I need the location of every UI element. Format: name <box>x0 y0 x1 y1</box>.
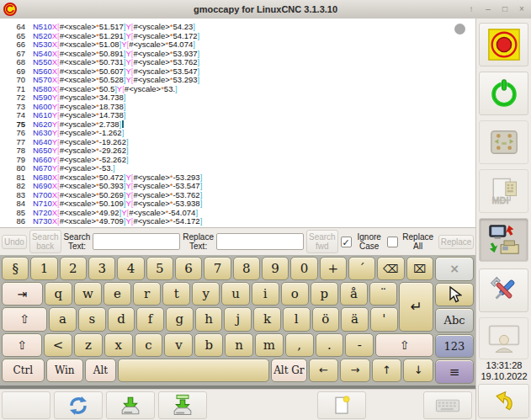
key-k[interactable]: k <box>253 307 281 331</box>
auto-mode-button[interactable] <box>479 218 528 262</box>
new-file-button[interactable] <box>317 391 366 419</box>
replace-button[interactable]: Replace <box>438 235 475 249</box>
search-text-input[interactable] <box>93 233 180 250</box>
search-fwd-button[interactable]: Search fwd <box>306 230 338 253</box>
key-5[interactable]: 5 <box>146 257 173 280</box>
settings-button[interactable] <box>479 268 528 312</box>
key-z[interactable]: z <box>74 333 103 357</box>
arrow-down-key[interactable]: ↓ <box>403 359 433 382</box>
estop-button[interactable] <box>479 23 528 66</box>
key-,[interactable]: , <box>285 333 314 357</box>
key-ö[interactable]: ö <box>312 307 340 331</box>
left-shift-key[interactable]: ⇧ <box>2 333 42 357</box>
key-ä[interactable]: ä <box>341 307 369 331</box>
key-g[interactable]: g <box>166 307 194 331</box>
save-as-button[interactable] <box>158 391 207 419</box>
key-1[interactable]: 1 <box>30 257 57 280</box>
key-t[interactable]: t <box>162 282 190 306</box>
save-button[interactable] <box>106 391 155 419</box>
key--[interactable]: - <box>345 333 374 357</box>
user-button[interactable] <box>479 317 528 359</box>
key-h[interactable]: h <box>195 307 223 331</box>
key-7[interactable]: 7 <box>204 257 231 280</box>
enter-key[interactable]: ↵ <box>399 282 433 331</box>
key-+[interactable]: + <box>320 257 347 280</box>
replace-text-input[interactable] <box>216 233 304 250</box>
gcode-editor[interactable]: 64N510X[#<xscale>*51.517]Y[#<yscale>*54.… <box>0 19 475 228</box>
arrow-up-key[interactable]: ↑ <box>372 359 402 382</box>
mdi-mode-button[interactable]: MDI <box>479 169 528 213</box>
key-r[interactable]: r <box>133 282 161 306</box>
caps-lock-key[interactable]: ⇧ <box>2 307 47 331</box>
scroll-indicator[interactable] <box>454 24 465 35</box>
reload-button[interactable] <box>54 391 103 419</box>
search-back-button[interactable]: Search back <box>29 230 61 253</box>
key-f[interactable]: f <box>136 307 164 331</box>
key-q[interactable]: q <box>45 282 72 306</box>
key-¨[interactable]: ¨ <box>369 282 397 306</box>
minimize-button[interactable]: – <box>482 3 494 15</box>
right-shift-key[interactable]: ⇧ <box>375 333 433 357</box>
virtual-keyboard: §1234567890+´⌫⌧⇥qwertyuiopå¨↵⇧asdfghjklö… <box>0 255 475 385</box>
key-9[interactable]: 9 <box>262 257 289 280</box>
tab-key[interactable]: ⇥ <box>2 282 43 306</box>
machine-on-button[interactable] <box>479 72 528 115</box>
code-line[interactable]: 86N730X[#<xscale>*49.709]Y[#<yscale>*-54… <box>0 217 475 226</box>
key-c[interactable]: c <box>135 333 163 357</box>
key-j[interactable]: j <box>224 307 252 331</box>
key-u[interactable]: u <box>221 282 249 306</box>
delete-key[interactable]: ⌧ <box>406 257 433 280</box>
numeric-layout-key[interactable]: 123 <box>435 334 474 359</box>
abc-layout-key[interactable]: Abc <box>435 308 474 332</box>
key-8[interactable]: 8 <box>233 257 260 280</box>
keyboard-toggle-button[interactable] <box>423 391 472 419</box>
key-b[interactable]: b <box>194 333 223 357</box>
key-4[interactable]: 4 <box>117 257 144 280</box>
key-<[interactable]: < <box>44 333 72 357</box>
key-v[interactable]: v <box>164 333 193 357</box>
shade-button[interactable]: ↑ <box>465 3 477 15</box>
key-o[interactable]: o <box>281 282 309 306</box>
close-button[interactable]: × <box>516 3 528 15</box>
key-å[interactable]: å <box>340 282 368 306</box>
key-s[interactable]: s <box>78 307 106 331</box>
key-x[interactable]: x <box>104 333 133 357</box>
key-n[interactable]: n <box>225 333 253 357</box>
key-a[interactable]: a <box>49 307 77 331</box>
back-button[interactable] <box>478 384 529 418</box>
key-3[interactable]: 3 <box>88 257 115 280</box>
menu-key[interactable]: ≡ <box>435 359 474 384</box>
clock-date: 19.10.2022 <box>476 371 531 382</box>
ignore-case-checkbox[interactable]: ✓ <box>341 237 352 247</box>
key-i[interactable]: i <box>252 282 279 306</box>
keyboard-close-key[interactable]: × <box>435 257 474 281</box>
key-d[interactable]: d <box>108 307 135 331</box>
blank-button[interactable] <box>2 391 50 419</box>
ctrl-key[interactable]: Ctrl <box>2 359 45 382</box>
key-´[interactable]: ´ <box>348 257 375 280</box>
pointer-key[interactable] <box>435 283 474 307</box>
key-e[interactable]: e <box>104 282 131 306</box>
maximize-button[interactable]: □ <box>499 3 511 15</box>
key-y[interactable]: y <box>192 282 220 306</box>
key-m[interactable]: m <box>255 333 284 357</box>
key-p[interactable]: p <box>311 282 338 306</box>
key-w[interactable]: w <box>74 282 102 306</box>
key-l[interactable]: l <box>283 307 311 331</box>
arrow-right-key[interactable]: → <box>340 359 370 382</box>
alt-key[interactable]: Alt <box>85 359 116 382</box>
backspace-key[interactable]: ⌫ <box>377 257 404 280</box>
space-key[interactable] <box>118 359 269 382</box>
altgr-key[interactable]: Alt Gr <box>271 359 306 382</box>
undo-button[interactable]: Undo <box>2 235 27 249</box>
win-key[interactable]: Win <box>46 359 83 382</box>
arrow-left-key[interactable]: ← <box>309 359 339 382</box>
manual-mode-button[interactable] <box>479 120 528 164</box>
key-'[interactable]: ' <box>370 307 398 331</box>
key-0[interactable]: 0 <box>290 257 317 280</box>
replace-all-checkbox[interactable] <box>387 237 398 247</box>
key-.[interactable]: . <box>316 333 344 357</box>
key-6[interactable]: 6 <box>175 257 202 280</box>
key-§[interactable]: § <box>2 257 29 280</box>
key-2[interactable]: 2 <box>60 257 87 280</box>
